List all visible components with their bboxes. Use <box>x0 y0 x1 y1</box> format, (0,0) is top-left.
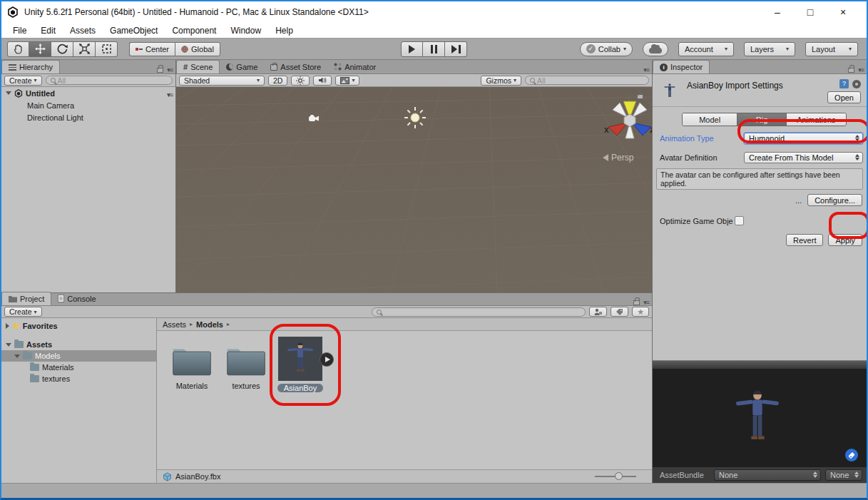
revert-button[interactable]: Revert <box>786 234 823 246</box>
breadcrumb-models[interactable]: Models <box>196 320 223 329</box>
animation-type-dropdown[interactable]: Humanoid <box>744 133 863 144</box>
asset-grid[interactable]: Materials textures <box>157 331 652 469</box>
rotate-tool-button[interactable] <box>51 41 73 57</box>
axis-orientation-gizmo[interactable]: y x z <box>603 90 652 147</box>
asset-model-asianboy[interactable]: AsianBoy <box>277 337 324 394</box>
2d-toggle-button[interactable]: 2D <box>268 76 287 86</box>
asset-bundle-dropdown[interactable]: None <box>714 469 821 481</box>
layers-dropdown[interactable]: Layers▾ <box>744 42 795 56</box>
shading-mode-dropdown[interactable]: Shaded▾ <box>179 76 265 86</box>
hierarchy-search-input[interactable]: All <box>46 76 173 85</box>
menu-gameobject[interactable]: GameObject <box>103 24 165 37</box>
directional-light-gizmo-icon[interactable] <box>404 107 426 128</box>
perspective-toggle[interactable]: Persp <box>603 153 633 163</box>
menu-help[interactable]: Help <box>268 24 300 37</box>
menu-file[interactable]: File <box>6 24 34 37</box>
tree-item-materials[interactable]: Materials <box>1 362 156 373</box>
lock-icon[interactable] <box>157 68 163 73</box>
effects-dropdown-button[interactable]: ▾ <box>335 76 359 86</box>
asset-labels-button[interactable] <box>845 449 858 461</box>
audio-toggle-button[interactable] <box>313 76 332 86</box>
slider-thumb[interactable] <box>615 472 623 480</box>
foldout-icon[interactable] <box>14 354 20 358</box>
configure-button[interactable]: Configure... <box>807 194 862 206</box>
tab-model[interactable]: Model <box>683 113 737 126</box>
rect-tool-button[interactable] <box>96 41 118 57</box>
orientation-global-button[interactable]: Global <box>175 42 220 56</box>
tab-project[interactable]: Project <box>1 292 51 305</box>
menu-assets[interactable]: Assets <box>63 24 103 37</box>
tab-scene[interactable]: #Scene <box>176 60 220 73</box>
menu-window[interactable]: Window <box>223 24 268 37</box>
collab-button[interactable]: ✓Collab▾ <box>580 42 633 56</box>
close-button[interactable]: × <box>835 6 851 18</box>
hand-tool-button[interactable] <box>7 41 29 57</box>
camera-gizmo-icon[interactable] <box>308 114 320 123</box>
panel-menu-icon[interactable] <box>643 62 649 75</box>
optimize-checkbox[interactable] <box>735 216 744 225</box>
move-tool-button[interactable] <box>29 41 51 57</box>
scene-menu-icon[interactable] <box>167 90 173 98</box>
gear-icon[interactable] <box>852 80 861 88</box>
search-by-type-button[interactable] <box>589 307 607 317</box>
tree-item-models[interactable]: Models <box>1 350 156 362</box>
tab-game[interactable]: Game <box>220 60 264 73</box>
tab-hierarchy[interactable]: Hierarchy <box>1 60 60 73</box>
lighting-toggle-button[interactable] <box>291 76 310 86</box>
tab-animations[interactable]: Animations <box>787 113 846 126</box>
model-preview[interactable] <box>653 369 867 467</box>
pivot-center-button[interactable]: Center <box>129 42 175 56</box>
hierarchy-create-button[interactable]: Create▾ <box>4 76 42 86</box>
layout-dropdown[interactable]: Layout▾ <box>805 42 858 56</box>
hierarchy-item-directional-light[interactable]: Directional Light <box>1 111 175 123</box>
tab-console[interactable]: Console <box>51 292 102 305</box>
tree-item-assets[interactable]: Assets <box>1 339 156 350</box>
play-button[interactable] <box>401 41 423 57</box>
search-favorites-button[interactable]: ★ <box>632 307 649 317</box>
open-button[interactable]: Open <box>827 91 861 103</box>
scene-search-input[interactable]: All <box>525 76 649 85</box>
apply-button[interactable]: Apply <box>828 234 862 246</box>
avatar-definition-dropdown[interactable]: Create From This Model <box>744 152 863 163</box>
project-create-button[interactable]: Create▾ <box>4 307 42 317</box>
lock-icon[interactable] <box>848 68 854 73</box>
hierarchy-scene-row[interactable]: Untitled <box>1 87 175 99</box>
pause-button[interactable] <box>423 41 445 57</box>
preview-play-button[interactable] <box>320 352 334 367</box>
preview-resize-handle[interactable] <box>653 360 867 369</box>
minimize-button[interactable]: – <box>770 6 785 18</box>
tab-animator[interactable]: Animator <box>327 60 382 73</box>
lock-icon[interactable] <box>637 94 643 99</box>
asset-folder-materials[interactable]: Materials <box>168 342 215 390</box>
asset-folder-textures[interactable]: textures <box>223 342 270 390</box>
tree-item-textures[interactable]: textures <box>1 373 156 384</box>
panel-menu-icon[interactable] <box>643 295 649 307</box>
menu-component[interactable]: Component <box>165 24 223 37</box>
maximize-button[interactable]: □ <box>802 6 818 18</box>
panel-menu-icon[interactable] <box>167 62 173 75</box>
foldout-icon[interactable] <box>6 91 11 95</box>
step-button[interactable] <box>445 41 467 57</box>
asset-bundle-variant-dropdown[interactable]: None <box>825 469 862 481</box>
project-search-input[interactable] <box>372 307 586 317</box>
help-icon[interactable]: ? <box>839 79 849 88</box>
lock-icon[interactable] <box>633 300 640 305</box>
gizmos-dropdown[interactable]: Gizmos▾ <box>481 76 521 86</box>
asianboy-thumbnail[interactable] <box>278 337 322 381</box>
tab-asset-store[interactable]: Asset Store <box>264 60 327 73</box>
search-by-label-button[interactable] <box>611 307 628 317</box>
tree-item-favorites[interactable]: ★Favorites <box>1 320 156 332</box>
panel-menu-icon[interactable] <box>858 62 864 75</box>
scale-tool-button[interactable] <box>73 41 96 57</box>
scene-viewport[interactable]: y x z Persp <box>176 87 652 292</box>
hierarchy-item-main-camera[interactable]: Main Camera <box>1 99 175 111</box>
foldout-icon[interactable] <box>6 343 11 347</box>
account-dropdown[interactable]: Account▾ <box>678 42 734 56</box>
menu-edit[interactable]: Edit <box>34 24 63 37</box>
tab-inspector[interactable]: iInspector <box>653 60 710 73</box>
tab-rig[interactable]: Rig <box>737 113 786 126</box>
cloud-button[interactable] <box>643 42 668 56</box>
foldout-icon[interactable] <box>6 323 9 329</box>
breadcrumb-assets[interactable]: Assets <box>163 320 186 329</box>
thumbnail-size-slider[interactable] <box>595 472 636 481</box>
